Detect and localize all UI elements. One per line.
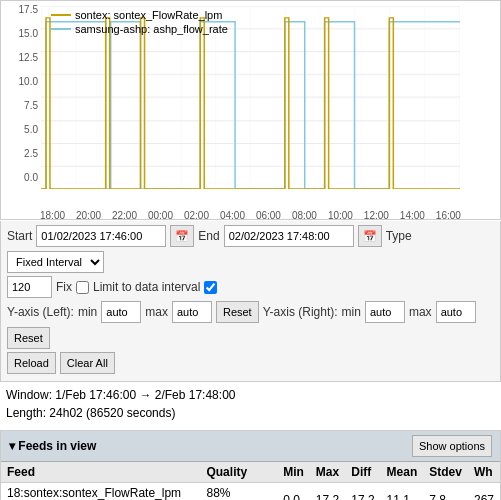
start-input[interactable] xyxy=(36,225,166,247)
x-label-1600: 16:00 xyxy=(436,210,461,221)
col-mean: Mean xyxy=(381,462,424,483)
x-label-1000: 10:00 xyxy=(328,210,353,221)
legend-color-1 xyxy=(51,14,71,16)
col-max: Max xyxy=(310,462,345,483)
yaxis-left-label: Y-axis (Left): xyxy=(7,305,74,319)
feeds-title: ▾ Feeds in view xyxy=(9,439,96,453)
x-label-0600: 06:00 xyxy=(256,210,281,221)
cell-quality: 88% (637/722) xyxy=(200,483,277,501)
start-calendar-btn[interactable]: 📅 xyxy=(170,225,194,247)
x-label-1200: 12:00 xyxy=(364,210,389,221)
end-calendar-btn[interactable]: 📅 xyxy=(358,225,382,247)
control-row-3: Y-axis (Left): min max Reset Y-axis (Rig… xyxy=(7,301,494,349)
col-diff: Diff xyxy=(345,462,380,483)
yaxis-left-max[interactable] xyxy=(172,301,212,323)
legend-item-2: samsung-ashp: ashp_flow_rate xyxy=(51,23,228,35)
x-label-0400: 04:00 xyxy=(220,210,245,221)
legend-label-1: sontex: sontex_FlowRate_lpm xyxy=(75,9,222,21)
start-label: Start xyxy=(7,229,32,243)
type-select[interactable]: Fixed Interval xyxy=(7,251,104,273)
col-quality: Quality xyxy=(200,462,277,483)
clear-all-btn[interactable]: Clear All xyxy=(60,352,115,374)
end-input[interactable] xyxy=(224,225,354,247)
feeds-section: ▾ Feeds in view Show options Feed Qualit… xyxy=(0,430,501,500)
fix-checkbox[interactable] xyxy=(76,281,89,294)
length-line: Length: 24h02 (86520 seconds) xyxy=(6,404,495,422)
yaxis-left-reset-btn[interactable]: Reset xyxy=(216,301,259,323)
limit-checkbox[interactable] xyxy=(204,281,217,294)
cell-wh: 267 xyxy=(468,483,500,501)
yaxis-right-label: Y-axis (Right): xyxy=(263,305,338,319)
col-stdev: Stdev xyxy=(423,462,468,483)
yaxis-right-min-label: min xyxy=(342,305,361,319)
yaxis-left-min-label: min xyxy=(78,305,97,319)
limit-label: Limit to data interval xyxy=(93,280,200,294)
yaxis-right-max-label: max xyxy=(409,305,432,319)
reload-btn[interactable]: Reload xyxy=(7,352,56,374)
x-label-0200: 02:00 xyxy=(184,210,209,221)
feeds-header: ▾ Feeds in view Show options xyxy=(1,431,500,462)
cell-min: 0.0 xyxy=(277,483,310,501)
yaxis-right-max[interactable] xyxy=(436,301,476,323)
x-label-0800: 08:00 xyxy=(292,210,317,221)
feeds-table: Feed Quality Min Max Diff Mean Stdev Wh … xyxy=(1,462,500,500)
controls-section: Start 📅 End 📅 Type Fixed Interval Fix Li… xyxy=(0,221,501,382)
cell-mean: 11.1 xyxy=(381,483,424,501)
interval-input[interactable] xyxy=(7,276,52,298)
show-options-btn[interactable]: Show options xyxy=(412,435,492,457)
col-feed: Feed xyxy=(1,462,200,483)
table-header-row: Feed Quality Min Max Diff Mean Stdev Wh xyxy=(1,462,500,483)
cell-feed: 18:sontex:sontex_FlowRate_lpm (l/m) xyxy=(1,483,200,501)
cell-max: 17.2 xyxy=(310,483,345,501)
control-row-4: Reload Clear All xyxy=(7,352,494,374)
legend-item-1: sontex: sontex_FlowRate_lpm xyxy=(51,9,228,21)
x-label-2200: 22:00 xyxy=(112,210,137,221)
yaxis-right-reset-btn[interactable]: Reset xyxy=(7,327,50,349)
table-row: 18:sontex:sontex_FlowRate_lpm (l/m)88% (… xyxy=(1,483,500,501)
cell-diff: 17.2 xyxy=(345,483,380,501)
cell-stdev: 7.8 xyxy=(423,483,468,501)
col-wh: Wh xyxy=(468,462,500,483)
chart-container: sontex: sontex_FlowRate_lpm samsung-ashp… xyxy=(0,0,501,220)
type-label: Type xyxy=(386,229,412,243)
fix-label: Fix xyxy=(56,280,72,294)
x-label-1400: 14:00 xyxy=(400,210,425,221)
yaxis-left-max-label: max xyxy=(145,305,168,319)
x-label-2000: 20:00 xyxy=(76,210,101,221)
yaxis-left-min[interactable] xyxy=(101,301,141,323)
col-min: Min xyxy=(277,462,310,483)
x-label-1800: 18:00 xyxy=(40,210,65,221)
chart-legend: sontex: sontex_FlowRate_lpm samsung-ashp… xyxy=(51,9,228,35)
window-info: Window: 1/Feb 17:46:00 → 2/Feb 17:48:00 … xyxy=(0,382,501,426)
end-label: End xyxy=(198,229,219,243)
control-row-1: Start 📅 End 📅 Type Fixed Interval xyxy=(7,225,494,273)
yaxis-right-min[interactable] xyxy=(365,301,405,323)
window-line: Window: 1/Feb 17:46:00 → 2/Feb 17:48:00 xyxy=(6,386,495,404)
legend-color-2 xyxy=(51,28,71,30)
legend-label-2: samsung-ashp: ashp_flow_rate xyxy=(75,23,228,35)
x-label-0000: 00:00 xyxy=(148,210,173,221)
control-row-2: Fix Limit to data interval xyxy=(7,276,494,298)
